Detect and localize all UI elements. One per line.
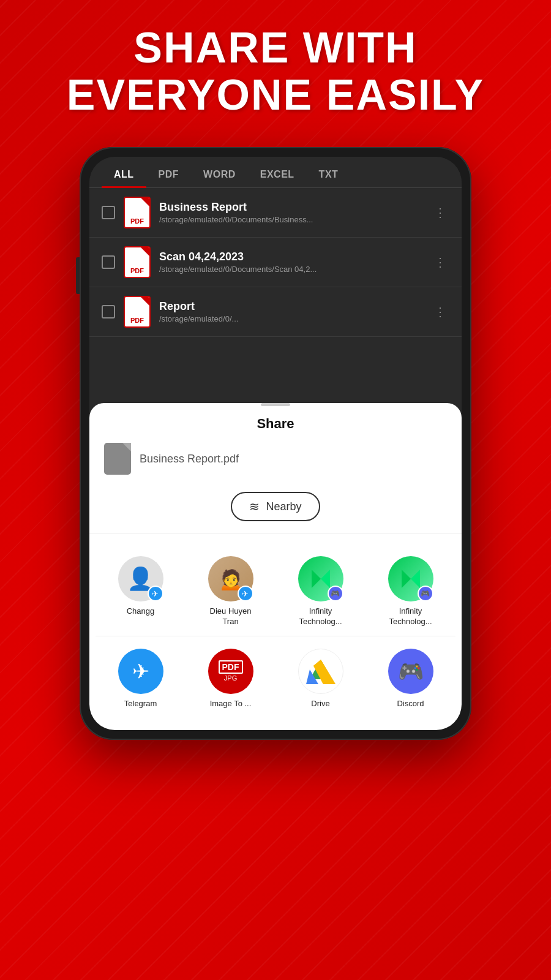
header-text: SHARE WITH EVERYONE EASILY (0, 24, 551, 119)
file-name-3: Report (159, 300, 423, 313)
app-item-infinity1[interactable]: 🎮 InfinityTechnolog... (276, 550, 365, 636)
telegram-plane-icon: ✈ (132, 659, 149, 684)
tab-txt[interactable]: TXT (307, 162, 351, 187)
tab-bar: ALL PDF WORD EXCEL TXT (89, 162, 462, 188)
drive-logo (305, 657, 337, 685)
app-icon-drive-wrap (298, 649, 343, 694)
app-icon-infinity1-wrap: 🎮 (298, 556, 343, 601)
app-name-discord: Discord (397, 699, 424, 709)
file-item-3[interactable]: PDF Report /storage/emulated/0/... ⋮ (89, 287, 462, 337)
share-title: Share (89, 416, 462, 432)
file-path-2: /storage/emulated/0/Documents/Scan 04,2.… (159, 265, 423, 274)
file-name-1: Business Report (159, 201, 423, 214)
file-item-1[interactable]: PDF Business Report /storage/emulated/0/… (89, 188, 462, 238)
discord-logo-icon: 🎮 (398, 659, 424, 684)
pdf-icon-2: PDF (124, 246, 151, 278)
app-item-telegram[interactable]: ✈ Telegram (96, 643, 186, 718)
nearby-button[interactable]: ≋ Nearby (231, 492, 320, 521)
phone-frame: ALL PDF WORD EXCEL TXT PDF Business (80, 147, 471, 740)
file-more-2[interactable]: ⋮ (432, 252, 449, 272)
app-icon-dieu-wrap: 🙍 ✈ (208, 556, 253, 601)
app-name-drive: Drive (311, 699, 329, 709)
app-grid-row1: 👤 ✈ Changg 🙍 (89, 544, 462, 636)
file-more-3[interactable]: ⋮ (432, 302, 449, 322)
share-sheet: Share Business Report.pdf ≋ Nearby (89, 403, 462, 730)
app-grid-row2: ✈ Telegram PDF JPG (89, 636, 462, 718)
app-icon-discord-wrap: 🎮 (388, 649, 433, 694)
file-info-1: Business Report /storage/emulated/0/Docu… (159, 201, 423, 224)
app-icon-telegram: ✈ (118, 649, 163, 694)
app-item-drive[interactable]: Drive (276, 643, 365, 718)
phone-body: ALL PDF WORD EXCEL TXT PDF Business (80, 147, 471, 740)
app-name-infinity2: InfinityTechnolog... (389, 606, 432, 627)
app-icon-changg-wrap: 👤 ✈ (118, 556, 163, 601)
file-name-2: Scan 04,24,2023 (159, 251, 423, 263)
file-item-2[interactable]: PDF Scan 04,24,2023 /storage/emulated/0/… (89, 238, 462, 287)
app-icon-imagepdf: PDF JPG (208, 649, 253, 694)
pdf-icon-1: PDF (124, 197, 151, 228)
app-item-discord[interactable]: 🎮 Discord (365, 643, 455, 718)
nearby-label: Nearby (266, 500, 301, 513)
file-info-2: Scan 04,24,2023 /storage/emulated/0/Docu… (159, 251, 423, 274)
tab-pdf[interactable]: PDF (146, 162, 192, 187)
app-icon-imagepdf-wrap: PDF JPG (208, 649, 253, 694)
app-item-infinity2[interactable]: 🎮 InfinityTechnolog... (365, 550, 455, 636)
app-icon-discord: 🎮 (388, 649, 433, 694)
app-name-changg: Changg (127, 606, 155, 617)
tab-word[interactable]: WORD (191, 162, 248, 187)
phone-screen: ALL PDF WORD EXCEL TXT PDF Business (89, 157, 462, 730)
checkbox-3[interactable] (102, 305, 115, 318)
app-icon-infinity2-wrap: 🎮 (388, 556, 433, 601)
file-list-area: ALL PDF WORD EXCEL TXT PDF Business (89, 157, 462, 396)
file-path-1: /storage/emulated/0/Documents/Business..… (159, 215, 423, 224)
app-item-dieu[interactable]: 🙍 ✈ Dieu HuyenTran (186, 550, 276, 636)
checkbox-2[interactable] (102, 255, 115, 269)
sheet-handle (261, 403, 290, 406)
app-icon-telegram-wrap: ✈ (118, 649, 163, 694)
app-name-telegram: Telegram (124, 699, 157, 709)
app-icon-drive (298, 649, 343, 694)
dieu-badge: ✈ (238, 586, 253, 601)
app-item-changg[interactable]: 👤 ✈ Changg (96, 550, 186, 636)
header-line1: SHARE WITH (0, 24, 551, 72)
infinity1-badge: 🎮 (328, 586, 343, 601)
file-path-3: /storage/emulated/0/... (159, 314, 423, 323)
tab-all[interactable]: ALL (102, 162, 146, 187)
section-divider-1 (89, 533, 462, 534)
app-item-imagepdf[interactable]: PDF JPG Image To ... (186, 643, 276, 718)
app-name-dieu: Dieu HuyenTran (210, 606, 252, 627)
tab-excel[interactable]: EXCEL (248, 162, 307, 187)
nearby-row: ≋ Nearby (89, 487, 462, 533)
share-file-name: Business Report.pdf (140, 453, 239, 466)
share-file-row: Business Report.pdf (89, 443, 462, 487)
checkbox-1[interactable] (102, 206, 115, 219)
app-name-imagepdf: Image To ... (210, 699, 252, 709)
app-name-infinity1: InfinityTechnolog... (299, 606, 342, 627)
pdf-icon-3: PDF (124, 296, 151, 328)
nearby-icon: ≋ (249, 499, 260, 514)
header-line2: EVERYONE EASILY (0, 72, 551, 119)
changg-badge: ✈ (148, 586, 163, 601)
file-more-1[interactable]: ⋮ (432, 203, 449, 222)
infinity2-badge: 🎮 (418, 586, 433, 601)
file-info-3: Report /storage/emulated/0/... (159, 300, 423, 323)
